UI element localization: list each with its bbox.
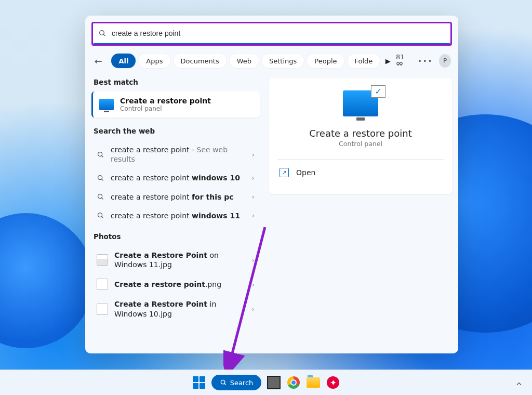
svg-point-8	[98, 194, 102, 199]
image-thumbnail-icon	[97, 254, 108, 266]
svg-line-9	[102, 198, 103, 200]
filter-all[interactable]: All	[111, 54, 136, 68]
svg-line-7	[102, 179, 103, 180]
show-hidden-icons[interactable]	[515, 380, 523, 388]
image-thumbnail-icon	[97, 304, 108, 315]
chevron-up-icon	[515, 380, 523, 388]
best-match-subtitle: Control panel	[120, 105, 211, 112]
search-web-heading: Search the web	[94, 127, 258, 135]
file-explorer-app[interactable]	[306, 375, 321, 390]
detail-pane: ✓ Create a restore point Control panel ↗…	[269, 78, 452, 194]
more-options-icon[interactable]: •••	[418, 57, 433, 65]
pinned-app[interactable]: ✦	[326, 375, 340, 390]
search-icon	[97, 151, 104, 159]
task-view-button[interactable]	[267, 375, 281, 390]
filter-folders[interactable]: Folde	[348, 54, 380, 68]
svg-point-6	[98, 175, 102, 179]
web-result[interactable]: create a restore point windows 10 ›	[91, 168, 260, 187]
search-input[interactable]	[111, 29, 445, 38]
best-match-result[interactable]: Create a restore point Control panel	[91, 91, 260, 117]
open-label: Open	[296, 168, 315, 177]
svg-point-12	[221, 380, 225, 384]
web-result[interactable]: create a restore point for this pc ›	[91, 188, 260, 206]
taskbar: Search ✦	[0, 370, 532, 395]
best-match-heading: Best match	[94, 78, 258, 86]
chevron-right-icon: ›	[252, 193, 255, 201]
svg-line-11	[102, 217, 103, 218]
chevron-right-icon: ›	[252, 174, 255, 182]
best-match-title: Create a restore point	[120, 97, 211, 105]
search-icon	[220, 379, 227, 386]
search-flyout: ← All Apps Documents Web Settings People…	[85, 16, 458, 353]
chrome-icon	[287, 376, 300, 389]
app-icon: ✦	[327, 376, 339, 389]
svg-point-0	[100, 31, 104, 35]
chevron-right-icon: ›	[252, 256, 255, 264]
photo-result[interactable]: Create a restore point.png ›	[91, 274, 260, 295]
open-external-icon: ↗	[280, 168, 289, 177]
svg-line-13	[224, 384, 226, 385]
search-highlight-annotation	[91, 22, 452, 46]
taskbar-search-label: Search	[230, 379, 254, 387]
monitor-icon	[99, 99, 114, 110]
chevron-right-icon: ›	[252, 151, 255, 159]
chevron-right-icon: ›	[252, 212, 255, 219]
checkmark-icon: ✓	[371, 85, 385, 98]
filter-people[interactable]: People	[307, 54, 344, 68]
open-action[interactable]: ↗ Open	[277, 164, 444, 181]
svg-point-3	[400, 62, 403, 65]
back-arrow-icon[interactable]: ←	[92, 56, 104, 67]
search-icon	[97, 193, 104, 201]
svg-point-2	[397, 62, 400, 65]
search-icon	[97, 174, 104, 182]
detail-subtitle: Control panel	[277, 140, 444, 148]
search-icon	[98, 29, 107, 37]
filter-row: ← All Apps Documents Web Settings People…	[92, 53, 451, 69]
svg-line-1	[103, 34, 105, 36]
filter-web[interactable]: Web	[230, 54, 259, 68]
taskbar-search-button[interactable]: Search	[211, 375, 262, 390]
rewards-points[interactable]: 81	[396, 53, 411, 69]
windows-logo-icon	[193, 376, 205, 389]
account-avatar[interactable]: P	[439, 54, 451, 68]
search-icon	[97, 212, 104, 219]
chevron-right-icon: ›	[252, 305, 255, 313]
detail-title: Create a restore point	[277, 128, 444, 139]
start-button[interactable]	[192, 375, 206, 390]
svg-point-4	[98, 152, 102, 156]
search-box[interactable]	[93, 23, 450, 44]
chevron-right-icon: ›	[252, 281, 255, 288]
filter-more-icon[interactable]: ▶	[383, 54, 393, 68]
filter-documents[interactable]: Documents	[174, 54, 227, 68]
task-view-icon	[267, 376, 281, 389]
chrome-app[interactable]	[286, 375, 301, 390]
web-result[interactable]: create a restore point windows 11 ›	[91, 206, 260, 225]
image-thumbnail-icon	[97, 279, 108, 290]
web-result[interactable]: create a restore point - See web results…	[91, 140, 260, 168]
svg-point-10	[98, 213, 102, 217]
filter-apps[interactable]: Apps	[139, 54, 170, 68]
photo-result[interactable]: Create a Restore Point on Windows 11.jpg…	[91, 246, 260, 274]
photos-heading: Photos	[94, 232, 258, 241]
svg-line-5	[102, 155, 103, 157]
filter-settings[interactable]: Settings	[262, 54, 304, 68]
folder-icon	[307, 377, 320, 388]
photo-result[interactable]: Create a Restore Point in Windows 10.jpg…	[91, 295, 260, 323]
